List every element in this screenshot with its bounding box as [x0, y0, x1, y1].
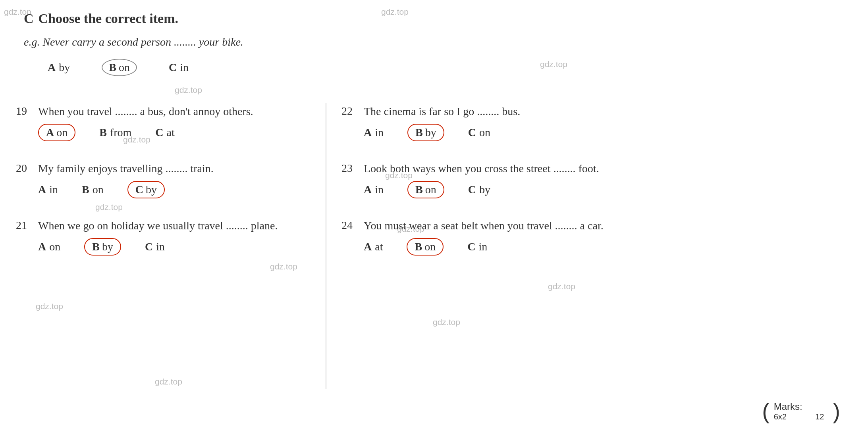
left-column: 19 When you travel ........ a bus, don't…: [16, 103, 318, 275]
q24-text-a: at: [375, 240, 383, 253]
q24-letter-b: B: [415, 240, 422, 253]
q23-text-c: by: [479, 183, 490, 196]
example-letter-a: A: [48, 61, 56, 74]
q20-option-b: B on: [82, 183, 104, 196]
q20-text-b: on: [93, 183, 104, 196]
q22-option-c: C on: [468, 126, 490, 139]
q22-answers: A in B by C on: [364, 124, 850, 141]
q19-letter-b: B: [99, 126, 107, 139]
q19-option-c: C at: [155, 126, 174, 139]
question-24: 24 You must wear a seat belt when you tr…: [341, 217, 850, 256]
marks-multiplier: 6x2 12: [774, 412, 824, 421]
q20-option-a: A in: [38, 183, 58, 196]
q20-letter-a: A: [38, 183, 46, 196]
q19-number: 19: [16, 103, 32, 120]
watermark-3: gdz.top: [540, 60, 567, 69]
q21-text-a: on: [49, 240, 60, 253]
example-answers: A by B on C in: [48, 59, 189, 76]
q24-text-c: in: [478, 240, 487, 253]
q22-text-a: in: [375, 126, 384, 139]
q23-option-b: B on: [407, 181, 444, 198]
q21-number: 21: [16, 217, 32, 234]
watermark-4: gdz.top: [175, 85, 202, 95]
q20-body: My family enjoys travelling ........ tra…: [38, 160, 318, 177]
q24-option-a: A at: [364, 240, 383, 253]
watermark-11: gdz.top: [36, 302, 63, 311]
question-22: 22 The cinema is far so I go ........ bu…: [341, 103, 850, 141]
watermark-12: gdz.top: [433, 317, 460, 327]
q22-number: 22: [341, 103, 357, 120]
q19-option-b: B from: [99, 126, 131, 139]
section-letter: C: [24, 11, 34, 26]
q22-letter-c: C: [468, 126, 476, 139]
section-header: C Choose the correct item.: [24, 11, 178, 26]
q23-text-a: in: [375, 183, 384, 196]
q24-text-b: on: [424, 240, 436, 253]
q20-text-c: by: [146, 183, 157, 196]
q21-option-a: A on: [38, 240, 60, 253]
question-23-text: 23 Look both ways when you cross the str…: [341, 160, 850, 177]
q22-letter-b: B: [415, 126, 423, 139]
q22-text-b: by: [425, 126, 436, 139]
q21-letter-c: C: [145, 240, 153, 253]
q21-text-c: in: [156, 240, 165, 253]
q24-option-c: C in: [467, 240, 487, 253]
q23-number: 23: [341, 160, 357, 177]
question-24-text: 24 You must wear a seat belt when you tr…: [341, 217, 850, 234]
q21-answers: A on B by C in: [38, 238, 318, 256]
q24-letter-a: A: [364, 240, 372, 253]
q19-letter-a: A: [46, 126, 54, 139]
question-20: 20 My family enjoys travelling ........ …: [16, 160, 318, 198]
question-21: 21 When we go on holiday we usually trav…: [16, 217, 318, 256]
q19-text-a: on: [56, 126, 68, 139]
q23-body: Look both ways when you cross the street…: [364, 160, 850, 177]
q21-option-c: C in: [145, 240, 165, 253]
q23-answers: A in B on C by: [364, 181, 850, 198]
q24-body: You must wear a seat belt when you trave…: [364, 217, 850, 234]
q24-number: 24: [341, 217, 357, 234]
watermark-10: gdz.top: [548, 282, 575, 291]
q22-option-b: B by: [407, 124, 444, 141]
q20-letter-c: C: [135, 183, 143, 196]
q21-text-b: by: [102, 240, 113, 253]
q20-answers: A in B on C by: [38, 181, 318, 198]
q20-option-c: C by: [127, 181, 165, 198]
example-option-a: A by: [48, 61, 70, 74]
q21-letter-a: A: [38, 240, 46, 253]
example-sentence: e.g. Never carry a second person .......…: [24, 36, 243, 48]
example-letter-c: C: [169, 61, 177, 74]
right-column: 22 The cinema is far so I go ........ bu…: [341, 103, 850, 275]
watermark-13: gdz.top: [155, 377, 182, 386]
q19-text-b: from: [110, 126, 131, 139]
q20-letter-b: B: [82, 183, 89, 196]
question-23: 23 Look both ways when you cross the str…: [341, 160, 850, 198]
q19-body: When you travel ........ a bus, don't an…: [38, 103, 318, 120]
q21-letter-b: B: [92, 240, 100, 253]
question-19-text: 19 When you travel ........ a bus, don't…: [16, 103, 318, 120]
example-letter-b: B: [109, 61, 116, 74]
q22-option-a: A in: [364, 126, 384, 139]
q23-letter-b: B: [415, 183, 423, 196]
q23-letter-c: C: [468, 183, 476, 196]
question-22-text: 22 The cinema is far so I go ........ bu…: [341, 103, 850, 120]
q22-letter-a: A: [364, 126, 372, 139]
q19-option-a: A on: [38, 124, 75, 141]
q23-text-b: on: [425, 183, 436, 196]
example-option-b: B on: [102, 59, 137, 76]
q23-option-a: A in: [364, 183, 384, 196]
q22-text-c: on: [479, 126, 490, 139]
q21-option-b: B by: [84, 238, 121, 256]
marks-box: ( Marks: 6x2 12 ): [762, 400, 840, 422]
question-21-text: 21 When we go on holiday we usually trav…: [16, 217, 318, 234]
q24-answers: A at B on C in: [364, 238, 850, 256]
vertical-divider: [326, 103, 326, 389]
example-text-b: on: [119, 61, 130, 74]
marks-label: Marks:: [774, 401, 802, 412]
example-text-c: in: [180, 61, 189, 74]
q23-letter-a: A: [364, 183, 372, 196]
q24-option-b: B on: [407, 238, 444, 256]
example-text: e.g. Never carry a second person .......…: [24, 36, 243, 48]
section-instruction: Choose the correct item.: [39, 11, 178, 26]
q21-body: When we go on holiday we usually travel …: [38, 217, 318, 234]
question-19: 19 When you travel ........ a bus, don't…: [16, 103, 318, 141]
